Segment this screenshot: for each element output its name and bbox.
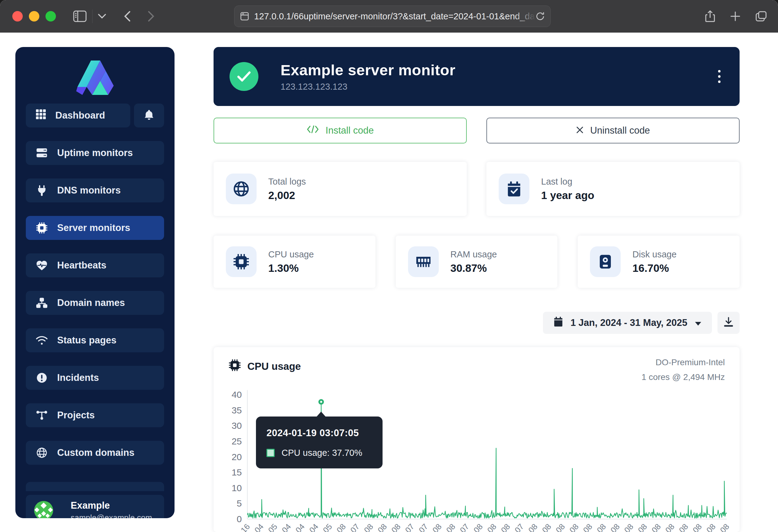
svg-text:15: 15 [232, 467, 242, 477]
sidebar-item-domain-names[interactable]: Domain names [26, 291, 164, 315]
minimize-window-button[interactable] [29, 11, 39, 21]
url-text: 127.0.0.1/66uptime/server-monitor/3?&sta… [254, 11, 536, 21]
tooltip-timestamp: 2024-01-19 03:07:05 [266, 428, 372, 439]
svg-text:30: 30 [232, 421, 242, 431]
sidebar-item-label: Incidents [57, 372, 99, 383]
sidebar-item-label: Domain names [57, 297, 125, 308]
download-button[interactable] [717, 312, 740, 334]
svg-text:08: 08 [650, 522, 663, 532]
new-tab-icon[interactable] [730, 11, 741, 21]
bell-icon [144, 109, 154, 122]
sidebar-item-status-pages[interactable]: Status pages [26, 328, 164, 352]
zoom-window-button[interactable] [46, 11, 56, 21]
svg-text:08: 08 [526, 522, 539, 532]
stat-value: 1.30% [268, 262, 314, 274]
reload-icon[interactable] [536, 11, 545, 21]
sitemap-icon [35, 298, 48, 308]
account-card[interactable]: Example sample@example.com [26, 495, 164, 518]
svg-text:5: 5 [237, 498, 242, 508]
cpu-icon [226, 246, 256, 277]
sidebar-item-server-monitors[interactable]: Server monitors [26, 216, 164, 240]
status-ok-icon [230, 62, 258, 91]
svg-text:08: 08 [431, 522, 443, 532]
svg-text:04: 04 [252, 522, 265, 532]
svg-text:08: 08 [609, 522, 622, 532]
grid-icon [35, 109, 46, 122]
sidebar-item-projects[interactable]: Projects [26, 403, 164, 427]
svg-text:08: 08 [540, 522, 553, 532]
svg-text:08: 08 [581, 522, 594, 532]
sidebar-item-dashboard[interactable]: Dashboard [26, 103, 130, 127]
sidebar-item-partial[interactable] [26, 482, 164, 491]
svg-text:40: 40 [232, 389, 242, 400]
toolbar-divider [92, 9, 92, 23]
page-title: Example server monitor [281, 62, 455, 79]
svg-text:25: 25 [232, 436, 242, 446]
stat-label: Total logs [268, 177, 306, 187]
forward-button[interactable] [148, 11, 155, 22]
close-window-button[interactable] [12, 11, 23, 21]
calendar-icon [553, 317, 563, 329]
stat-card-cpu-usage: CPU usage 1.30% [214, 236, 376, 288]
svg-text:08: 08 [595, 522, 608, 532]
calendar-check-icon [499, 174, 529, 204]
svg-text:08: 08 [554, 522, 567, 532]
date-range-picker[interactable]: 1 Jan, 2024 - 31 May, 2025 [543, 312, 712, 334]
notifications-button[interactable] [134, 103, 164, 127]
x-icon [576, 125, 584, 136]
caret-down-icon [695, 317, 701, 328]
chevron-down-icon[interactable] [98, 14, 106, 19]
sidebar-item-custom-domains[interactable]: Custom domains [26, 441, 164, 465]
sidebar-item-uptime-monitors[interactable]: Uptime monitors [26, 141, 164, 165]
svg-text:08: 08 [472, 522, 484, 532]
more-options-button[interactable] [715, 67, 724, 86]
sidebar-item-label: Custom domains [57, 447, 134, 458]
svg-text:08: 08 [718, 522, 731, 532]
svg-text:08: 08 [567, 522, 580, 532]
share-nodes-icon [35, 410, 48, 420]
plug-icon [35, 185, 48, 196]
browser-toolbar: 127.0.0.1/66uptime/server-monitor/3?&sta… [0, 0, 778, 32]
sidebar-item-label: Projects [57, 410, 95, 421]
avatar [34, 501, 54, 518]
stat-value: 1 year ago [541, 189, 594, 201]
monitor-ip: 123.123.123.123 [281, 82, 455, 92]
svg-text:10: 10 [232, 483, 242, 493]
stat-value: 30.87% [451, 262, 497, 274]
sidebar-item-heartbeats[interactable]: Heartbeats [26, 253, 164, 277]
back-button[interactable] [124, 11, 131, 22]
chart-tooltip: 2024-01-19 03:07:05 CPU usage: 37.70% [256, 417, 383, 468]
svg-text:07: 07 [513, 522, 526, 532]
svg-text:08: 08 [622, 522, 635, 532]
stat-card-disk-usage: Disk usage 16.70% [578, 236, 740, 288]
stat-label: RAM usage [451, 249, 497, 260]
browser-window: 127.0.0.1/66uptime/server-monitor/3?&sta… [0, 0, 778, 532]
svg-text:20: 20 [232, 452, 242, 462]
svg-text:35: 35 [232, 405, 242, 415]
page-settings-icon[interactable] [240, 12, 249, 21]
svg-text:04: 04 [280, 522, 293, 532]
sidebar-item-dns-monitors[interactable]: DNS monitors [26, 178, 164, 202]
svg-text:08: 08 [499, 522, 512, 532]
svg-text:07: 07 [403, 522, 416, 532]
share-icon[interactable] [705, 10, 715, 22]
sidebar-item-label: Heartbeats [57, 260, 106, 271]
uninstall-code-button[interactable]: Uninstall code [486, 118, 740, 144]
svg-text:07: 07 [417, 522, 430, 532]
address-bar[interactable]: 127.0.0.1/66uptime/server-monitor/3?&sta… [234, 6, 551, 27]
sidebar-item-label: DNS monitors [57, 185, 121, 196]
install-code-label: Install code [326, 125, 374, 136]
tab-overview-icon[interactable] [755, 11, 767, 22]
install-code-button[interactable]: Install code [214, 118, 467, 144]
stat-label: Last log [541, 177, 594, 187]
svg-text:04: 04 [307, 522, 320, 532]
svg-text:08: 08 [664, 522, 676, 532]
svg-text:07: 07 [348, 522, 361, 532]
date-range-label: 1 Jan, 2024 - 31 May, 2025 [570, 317, 687, 328]
sidebar-toggle-icon[interactable] [73, 10, 87, 22]
sidebar-item-incidents[interactable]: Incidents [26, 366, 164, 390]
globe-icon [35, 448, 48, 458]
server-stack-icon [35, 148, 48, 158]
account-name: Example [71, 500, 152, 511]
stat-value: 16.70% [632, 262, 676, 274]
